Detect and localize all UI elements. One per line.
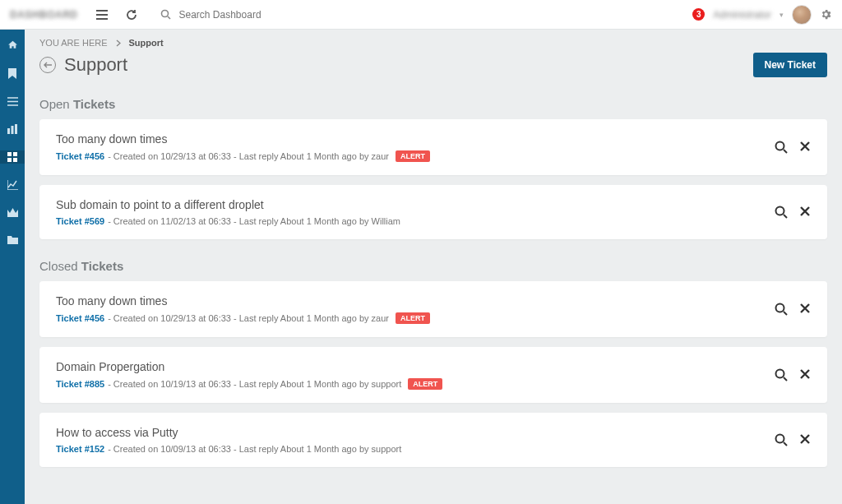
ticket-meta: Ticket #885 - Created on 10/19/13 at 06:…: [56, 378, 775, 390]
ticket-main: How to access via PuttyTicket #152 - Cre…: [56, 426, 775, 454]
ticket-meta-text: - Created on 10/09/13 at 06:33 - Last re…: [108, 444, 401, 454]
svg-rect-5: [13, 152, 17, 156]
ticket-id[interactable]: Ticket #456: [56, 151, 104, 161]
ticket-title: Too many down times: [56, 294, 775, 307]
close-ticket-button[interactable]: [799, 368, 811, 381]
gear-icon: [820, 8, 832, 21]
top-bar: DASHBOARD 3 Administrator ▾: [0, 0, 842, 30]
ticket-main: Too many down timesTicket #456 - Created…: [56, 132, 775, 162]
new-ticket-button[interactable]: New Ticket: [753, 53, 827, 77]
ticket-meta: Ticket #456 - Created on 10/29/13 at 06:…: [56, 150, 775, 162]
open-bold: Tickets: [73, 97, 115, 111]
sidebar-item-home[interactable]: [0, 38, 25, 52]
avatar[interactable]: [792, 5, 812, 25]
arrow-left-icon: [44, 62, 52, 68]
ticket-id[interactable]: Ticket #885: [56, 379, 104, 389]
page-title: Support: [64, 54, 127, 76]
user-name[interactable]: Administrator: [713, 9, 771, 21]
sidebar-item-grid[interactable]: [0, 150, 25, 164]
alert-badge: ALERT: [408, 378, 442, 390]
alert-badge: ALERT: [396, 312, 430, 324]
sidebar-item-crown[interactable]: [0, 206, 25, 219]
ticket-main: Sub domain to point to a different dropl…: [56, 198, 775, 226]
view-ticket-button[interactable]: [775, 303, 788, 316]
list-icon: [7, 97, 18, 106]
view-ticket-button[interactable]: [775, 206, 788, 219]
view-ticket-button[interactable]: [775, 433, 788, 446]
ticket-card: Too many down timesTicket #456 - Created…: [39, 281, 827, 337]
svg-rect-4: [7, 152, 12, 156]
closed-prefix: Closed: [39, 259, 81, 273]
view-ticket-button[interactable]: [775, 141, 788, 154]
ticket-actions: [775, 206, 811, 219]
menu-toggle-button[interactable]: [96, 10, 108, 20]
svg-point-8: [776, 142, 784, 150]
svg-point-9: [776, 207, 784, 215]
ticket-actions: [775, 368, 811, 381]
page-title-wrap: Support: [39, 54, 127, 76]
svg-rect-7: [13, 158, 17, 162]
topbar-right: 3 Administrator ▾: [692, 5, 832, 25]
ticket-meta-text: - Created on 10/29/13 at 06:33 - Last re…: [108, 313, 389, 323]
ticket-title: Sub domain to point to a different dropl…: [56, 198, 775, 211]
search-icon: [160, 9, 171, 20]
ticket-meta: Ticket #456 - Created on 10/29/13 at 06:…: [56, 312, 775, 324]
breadcrumb-prefix: YOU ARE HERE: [39, 38, 108, 48]
close-ticket-button[interactable]: [799, 141, 811, 154]
view-ticket-button[interactable]: [775, 368, 788, 381]
settings-button[interactable]: [820, 8, 832, 21]
refresh-button[interactable]: [126, 9, 137, 21]
ticket-main: Domain PropergationTicket #885 - Created…: [56, 360, 775, 390]
breadcrumb-current: Support: [129, 38, 164, 48]
ticket-title: Domain Propergation: [56, 360, 775, 373]
logo: DASHBOARD: [10, 9, 78, 21]
ticket-id[interactable]: Ticket #456: [56, 313, 104, 323]
search-wrap: [160, 9, 327, 21]
svg-point-12: [776, 435, 784, 443]
sidebar-item-bar-chart[interactable]: [0, 123, 25, 136]
ticket-main: Too many down timesTicket #456 - Created…: [56, 294, 775, 324]
sidebar-item-analytics[interactable]: [0, 178, 25, 192]
svg-rect-3: [15, 124, 17, 134]
svg-point-11: [776, 370, 784, 378]
ticket-card: Domain PropergationTicket #885 - Created…: [39, 347, 827, 403]
line-chart-icon: [7, 180, 18, 190]
search-input[interactable]: [179, 9, 327, 21]
close-ticket-button[interactable]: [799, 433, 811, 446]
ticket-card: How to access via PuttyTicket #152 - Cre…: [39, 413, 827, 467]
open-tickets-list: Too many down timesTicket #456 - Created…: [39, 119, 827, 239]
ticket-id[interactable]: Ticket #569: [56, 216, 104, 226]
ticket-title: How to access via Putty: [56, 426, 775, 439]
hamburger-icon: [96, 10, 108, 20]
bookmark-icon: [8, 68, 16, 79]
svg-point-0: [161, 11, 168, 17]
notification-badge[interactable]: 3: [692, 8, 705, 21]
svg-rect-2: [12, 126, 14, 134]
sidebar: [0, 30, 25, 504]
page-title-row: Support New Ticket: [39, 53, 827, 77]
ticket-meta-text: - Created on 10/29/13 at 06:33 - Last re…: [108, 151, 389, 161]
ticket-meta: Ticket #152 - Created on 10/09/13 at 06:…: [56, 444, 775, 454]
sidebar-item-list[interactable]: [0, 95, 25, 108]
sidebar-item-bookmark[interactable]: [0, 67, 25, 81]
chevron-down-icon[interactable]: ▾: [780, 11, 784, 19]
ticket-meta: Ticket #569 - Created on 11/02/13 at 06:…: [56, 216, 775, 226]
chevron-right-icon: [116, 39, 121, 47]
ticket-title: Too many down times: [56, 132, 775, 146]
breadcrumb: YOU ARE HERE Support: [39, 38, 827, 48]
sidebar-item-folder[interactable]: [0, 234, 25, 246]
ticket-id[interactable]: Ticket #152: [56, 444, 104, 454]
back-button[interactable]: [39, 57, 56, 73]
ticket-actions: [775, 303, 811, 316]
svg-point-10: [776, 304, 784, 312]
ticket-actions: [775, 141, 811, 154]
svg-rect-1: [7, 128, 10, 134]
close-ticket-button[interactable]: [799, 303, 811, 316]
close-ticket-button[interactable]: [799, 206, 811, 219]
refresh-icon: [126, 9, 137, 21]
svg-rect-6: [7, 158, 12, 162]
crown-icon: [7, 208, 18, 217]
ticket-card: Sub domain to point to a different dropl…: [39, 185, 827, 239]
open-prefix: Open: [39, 97, 73, 111]
bar-chart-icon: [7, 124, 17, 134]
